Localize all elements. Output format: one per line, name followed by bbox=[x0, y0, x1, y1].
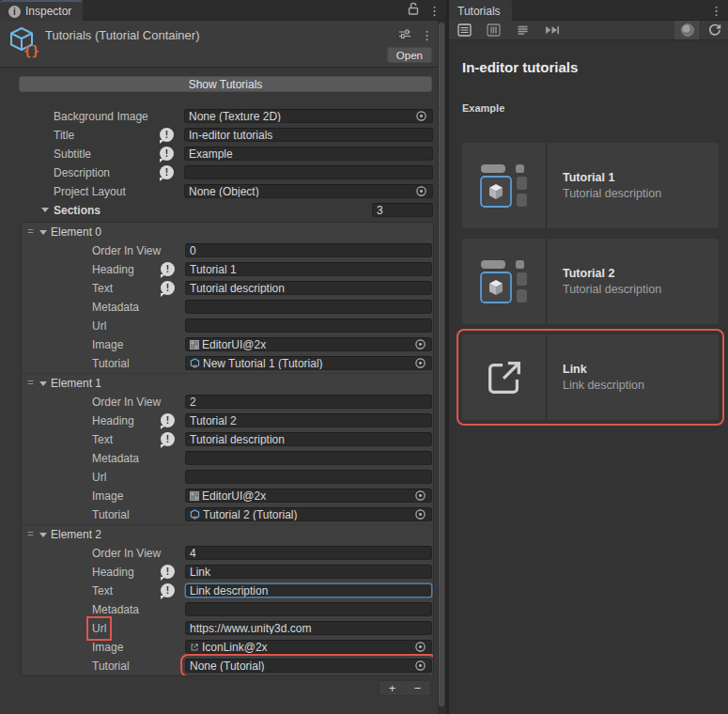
kebab-menu-icon[interactable]: ⋮ bbox=[421, 29, 433, 41]
field-row-heading: Heading!Tutorial 2 bbox=[22, 411, 433, 430]
description-input[interactable] bbox=[184, 165, 433, 179]
subtitle-input[interactable]: Example bbox=[184, 147, 433, 161]
tutorial-card-tutorial-2[interactable]: Tutorial 2Tutorial description bbox=[462, 239, 719, 324]
list-view-icon[interactable] bbox=[452, 21, 477, 39]
inspector-panel: i Inspector ⋮ {} Tutorials (Tutorial Con… bbox=[0, 0, 446, 714]
object-field-value: IconLink@2x bbox=[202, 641, 268, 654]
link-icon bbox=[190, 643, 199, 652]
field-row-text: Text!Tutorial description bbox=[22, 279, 433, 298]
text-input[interactable]: Tutorial description bbox=[185, 432, 432, 446]
drag-handle-icon[interactable]: = bbox=[27, 527, 34, 540]
background-image-object-field[interactable]: None (Texture 2D) bbox=[184, 109, 433, 123]
project-layout-object-field[interactable]: None (Object) bbox=[184, 184, 433, 198]
drag-handle-icon[interactable]: = bbox=[27, 376, 34, 389]
heading-input[interactable]: Link bbox=[185, 565, 432, 579]
array-element-0: =Element 0Order In View0Heading!Tutorial… bbox=[22, 223, 433, 373]
object-field-value: EditorUI@2x bbox=[202, 338, 266, 351]
refresh-icon[interactable] bbox=[700, 21, 728, 39]
chevron-down-icon[interactable] bbox=[41, 208, 49, 212]
metadata-input[interactable] bbox=[185, 300, 432, 314]
show-tutorials-button[interactable]: Show Tutorials bbox=[19, 76, 432, 92]
field-row-project-layout: Project LayoutNone (Object) bbox=[0, 182, 438, 201]
card-text: Tutorial 2Tutorial description bbox=[547, 239, 719, 324]
text-input[interactable]: Link description bbox=[185, 583, 432, 598]
field-row-url: Urlhttps://www.unity3d.com bbox=[22, 619, 433, 638]
image-object-field[interactable]: EditorUI@2x bbox=[185, 337, 432, 351]
object-picker-icon[interactable] bbox=[413, 185, 428, 197]
tutorial-object-field[interactable]: Tutorial 2 (Tutorial) bbox=[185, 507, 432, 521]
heading-input[interactable]: Tutorial 2 bbox=[185, 413, 432, 427]
scrollbar-thumb[interactable] bbox=[439, 23, 444, 706]
url-input[interactable] bbox=[185, 318, 432, 333]
field-row-background-image: Background ImageNone (Texture 2D) bbox=[0, 107, 438, 126]
text-input[interactable]: Tutorial description bbox=[185, 281, 432, 295]
array-footer: + − bbox=[0, 680, 438, 696]
kebab-menu-icon[interactable]: ⋮ bbox=[710, 5, 722, 17]
image-label: Image bbox=[92, 338, 123, 351]
metadata-input[interactable] bbox=[185, 451, 432, 465]
inspector-body: Show Tutorials Background ImageNone (Tex… bbox=[0, 68, 438, 714]
field-row-text: Text!Tutorial description bbox=[22, 430, 433, 449]
skip-forward-icon[interactable] bbox=[539, 21, 565, 39]
field-row-url: Url bbox=[22, 468, 433, 487]
add-element-button[interactable]: + bbox=[379, 681, 405, 695]
object-picker-icon[interactable] bbox=[412, 660, 427, 672]
localization-warning-icon: ! bbox=[161, 583, 175, 598]
tutorial-object-field[interactable]: None (Tutorial) bbox=[185, 659, 432, 673]
open-button[interactable]: Open bbox=[387, 47, 432, 63]
url-input[interactable]: https://www.unity3d.com bbox=[185, 621, 432, 635]
drag-handle-icon[interactable]: = bbox=[27, 225, 34, 238]
inspector-scrollbar[interactable] bbox=[438, 21, 446, 714]
chevron-down-icon[interactable] bbox=[39, 533, 47, 537]
order-in-view-input[interactable]: 0 bbox=[185, 243, 432, 257]
field-row-order-in-view: Order In View2 bbox=[22, 393, 433, 411]
field-row-text: Text!Link description bbox=[22, 582, 433, 600]
title-input[interactable]: In-editor tutorials bbox=[184, 128, 433, 142]
columns-view-icon[interactable] bbox=[481, 21, 506, 39]
chevron-down-icon[interactable] bbox=[39, 381, 47, 386]
card-title: Link bbox=[563, 363, 719, 376]
title-label: Title bbox=[54, 129, 74, 142]
field-row-title: Title!In-editor tutorials bbox=[0, 126, 438, 145]
tutorial-object-field[interactable]: New Tutorial 1 (Tutorial) bbox=[185, 356, 432, 370]
heading-input[interactable]: Tutorial 1 bbox=[185, 262, 432, 276]
chevron-down-icon[interactable] bbox=[39, 230, 47, 235]
tutorial-card-list: Tutorial 1Tutorial descriptionTutorial 2… bbox=[462, 143, 728, 420]
array-element-header[interactable]: =Element 0 bbox=[22, 223, 433, 241]
object-picker-icon[interactable] bbox=[412, 338, 427, 350]
tutorial-card-image-icon bbox=[462, 143, 547, 228]
tutorial-asset-icon bbox=[190, 509, 200, 520]
sphere-filter-icon[interactable] bbox=[674, 21, 700, 39]
compact-list-icon[interactable] bbox=[510, 21, 535, 39]
array-element-title: Element 0 bbox=[51, 225, 101, 239]
card-text: LinkLink description bbox=[547, 334, 719, 420]
order-in-view-input[interactable]: 4 bbox=[185, 546, 432, 560]
object-picker-icon[interactable] bbox=[412, 641, 427, 653]
tutorial-card-tutorial-1[interactable]: Tutorial 1Tutorial description bbox=[462, 143, 719, 228]
metadata-input[interactable] bbox=[185, 602, 432, 616]
url-input[interactable] bbox=[185, 470, 432, 484]
array-element-header[interactable]: =Element 1 bbox=[22, 374, 433, 393]
tab-tutorials[interactable]: Tutorials bbox=[449, 0, 512, 21]
presets-icon[interactable] bbox=[398, 26, 411, 43]
metadata-label: Metadata bbox=[92, 603, 139, 616]
tutorials-toolbar bbox=[449, 21, 728, 40]
order-in-view-input[interactable]: 2 bbox=[185, 395, 432, 409]
sections-count-field[interactable]: 3 bbox=[372, 203, 433, 217]
remove-element-button[interactable]: − bbox=[405, 681, 430, 695]
field-row-order-in-view: Order In View0 bbox=[22, 241, 433, 260]
localization-warning-icon: ! bbox=[160, 147, 174, 161]
tutorial-card-link[interactable]: LinkLink description bbox=[462, 334, 719, 420]
field-row-tutorial: TutorialTutorial 2 (Tutorial) bbox=[22, 505, 433, 524]
image-object-field[interactable]: IconLink@2x bbox=[185, 640, 432, 654]
object-picker-icon[interactable] bbox=[412, 357, 427, 369]
object-picker-icon[interactable] bbox=[412, 489, 427, 502]
object-picker-icon[interactable] bbox=[413, 110, 428, 122]
object-picker-icon[interactable] bbox=[412, 508, 427, 520]
tutorials-heading: In-editor tutorials bbox=[462, 59, 728, 75]
unlock-icon[interactable] bbox=[408, 2, 419, 19]
image-object-field[interactable]: EditorUI@2x bbox=[185, 489, 432, 503]
array-element-header[interactable]: =Element 2 bbox=[22, 525, 433, 544]
kebab-menu-icon[interactable]: ⋮ bbox=[428, 5, 441, 17]
tab-inspector[interactable]: i Inspector bbox=[0, 0, 83, 21]
